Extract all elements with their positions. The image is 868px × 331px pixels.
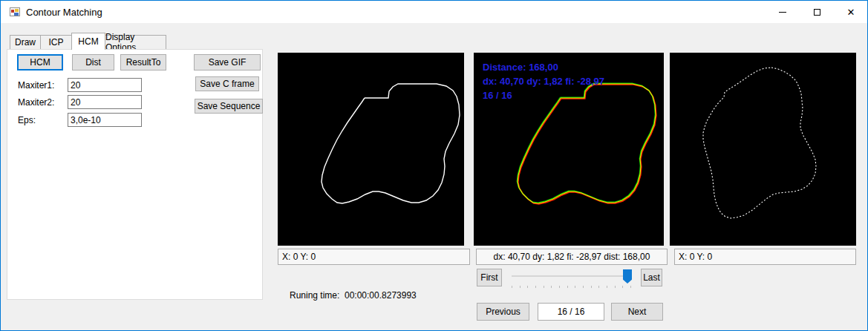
target-contour [703, 68, 816, 218]
eps-input[interactable] [68, 113, 142, 127]
picturebox-target[interactable] [670, 53, 856, 246]
next-button[interactable]: Next [611, 303, 663, 321]
result-status: dx: 40,70 dy: 1,82 fi: -28,97 dist: 168,… [476, 249, 668, 265]
hcm-button[interactable]: HCM [17, 54, 63, 71]
running-time-label: Runing time: [290, 290, 339, 301]
overlay-transform: dx: 40,70 dy: 1,82 fi: -28,97 [483, 76, 604, 87]
maxiter1-label: Maxiter1: [18, 80, 54, 91]
tab-hcm-label: HCM [78, 36, 98, 47]
close-button[interactable]: ✕ [834, 1, 868, 23]
picturebox-source[interactable] [278, 53, 464, 246]
frame-trackbar[interactable] [507, 269, 635, 289]
save-sequence-button[interactable]: Save Sequence [195, 99, 263, 114]
close-icon: ✕ [847, 7, 855, 17]
app-window: Contour Matching ✕ Draw ICP HCM Display … [0, 0, 868, 331]
eps-label: Eps: [18, 115, 36, 125]
tab-draw[interactable]: Draw [10, 35, 41, 50]
result-contour-green [517, 83, 655, 203]
result-to-button[interactable]: ResultTo [120, 54, 166, 71]
minimize-icon [779, 12, 786, 13]
save-c-frame-button[interactable]: Save C frame [195, 76, 259, 91]
tab-draw-label: Draw [15, 37, 36, 47]
maxiter2-input[interactable] [68, 95, 142, 109]
window-title: Contour Matching [26, 7, 102, 18]
tab-icp[interactable]: ICP [40, 35, 72, 50]
save-gif-button[interactable]: Save GIF [194, 54, 261, 71]
dist-button[interactable]: Dist [72, 54, 114, 71]
trackbar-ticks [512, 286, 630, 289]
tab-hcm[interactable]: HCM [71, 33, 105, 50]
previous-button[interactable]: Previous [477, 303, 529, 321]
maximize-button[interactable] [800, 1, 834, 23]
app-icon [9, 6, 21, 18]
picturebox-result[interactable]: Distance: 168,00 dx: 40,70 dy: 1,82 fi: … [474, 53, 664, 246]
last-button[interactable]: Last [641, 269, 662, 286]
first-button[interactable]: First [477, 269, 502, 286]
hcm-tab-page: HCM Dist ResultTo Save GIF Save C frame … [7, 49, 263, 300]
frame-counter[interactable]: 16 / 16 [538, 303, 604, 321]
target-status: X: 0 Y: 0 [674, 249, 856, 265]
titlebar: Contour Matching ✕ [1, 1, 867, 23]
maxiter2-label: Maxiter2: [18, 97, 54, 108]
source-status: X: 0 Y: 0 [278, 249, 470, 265]
overlay-distance: Distance: 168,00 [483, 62, 558, 73]
running-time-value: 00:00:00.8273993 [345, 290, 417, 301]
maximize-icon [814, 9, 820, 16]
result-contour-yellow [518, 84, 656, 203]
minimize-button[interactable] [766, 1, 800, 23]
overlay-frame: 16 / 16 [483, 90, 512, 101]
trackbar-thumb[interactable] [623, 269, 632, 284]
tab-icp-label: ICP [48, 37, 63, 47]
maxiter1-input[interactable] [68, 78, 142, 92]
source-contour [322, 84, 460, 203]
tab-display-options[interactable]: Display Options [105, 35, 166, 50]
trackbar-groove[interactable] [512, 275, 630, 277]
